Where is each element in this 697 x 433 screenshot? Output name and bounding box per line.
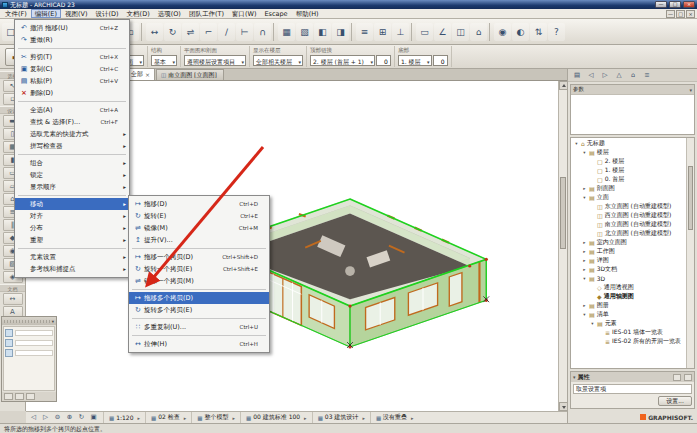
menu-item-delete[interactable]: × 删除(D) [15,87,129,99]
previous-view-icon[interactable]: ◁ [28,413,39,423]
menu-item[interactable] [129,316,269,321]
layer-combination-option[interactable]: ▦02 检查 [145,412,191,424]
navigator-scrollbar-thumb[interactable] [688,166,693,230]
fit-in-window-icon[interactable]: ▣ [88,413,99,423]
tree-twisty-icon[interactable]: ▸ [582,303,587,308]
bring-forward-icon[interactable]: ◧ [314,23,331,41]
group-icon[interactable]: ▦ [278,23,295,41]
tree-item[interactable]: ◫ 东立面图 (自动重建模型) [571,202,686,211]
palette-footer-icon[interactable] [15,393,24,400]
scrollbar-thumb[interactable] [560,177,566,249]
back-icon[interactable]: ◁ [585,70,597,81]
menubar-item[interactable]: 设计(D) [92,9,123,18]
tree-item[interactable]: ▢ 0. 首层 [571,175,686,184]
rotate-icon[interactable]: ↻ [164,23,181,41]
ungroup-icon[interactable]: ▧ [296,23,313,41]
scroll-down-icon[interactable] [559,402,567,411]
menu-item-paste[interactable]: ▤ 粘贴(P) Ctrl+V [15,75,129,87]
menu-item-select-all[interactable]: 全选(A) Ctrl+A [15,104,129,116]
tree-item[interactable]: ◆ 通用轴测图 [571,292,686,301]
infobox-dropdown[interactable]: 全部相关楼层 [253,55,303,66]
trim-icon[interactable]: ⌐ [200,23,217,41]
menu-item[interactable] [129,333,269,338]
doc-minimize-button[interactable]: — [666,10,675,18]
toolbar-icon[interactable] [141,23,144,41]
forward-icon[interactable]: ▷ [599,70,611,81]
tree-item[interactable]: ▾ ▤ 清单 [571,310,686,319]
tree-item[interactable]: ▸ ▤ 室内立面图 [571,238,686,247]
palette-item[interactable] [5,348,53,357]
menu-item[interactable] [15,193,129,198]
infobox-dropdown[interactable]: 遵照楼层设置项目 [184,55,246,66]
render-icon[interactable]: ◐ [512,23,529,41]
menu-item[interactable] [15,99,129,104]
up-level-icon[interactable]: △ [613,70,625,81]
infobox-dropdown[interactable]: 基本 [151,55,177,66]
menu-item-undo[interactable]: ↶ 撤消 拖移(U) Ctrl+Z [15,22,129,34]
menu-item-drag-multiple-copies[interactable]: ↦ 拖移多个拷贝(D) [129,292,269,304]
menu-item[interactable] [15,152,129,157]
parameters-list[interactable] [571,94,694,134]
tree-item[interactable]: ▸ ▤ 剖面图 [571,184,686,193]
tree-twisty-icon[interactable]: ▸ [582,267,587,272]
drag-icon[interactable]: ↔ [146,23,163,41]
toolbar-icon[interactable] [351,23,354,41]
grid-icon[interactable]: ⊞ [374,23,391,41]
settings-button[interactable]: 设置... [658,396,692,406]
minimize-button[interactable]: — [655,1,667,8]
menu-item-element-settings[interactable]: 元素设置 ▸ [15,251,129,263]
menu-item-rotate[interactable]: ↻ 旋转(E) Ctrl+E [129,210,269,222]
menu-item-drag[interactable]: ↦ 拖移(D) Ctrl+D [129,198,269,210]
menu-item-elevate[interactable]: ↥ 提升(V)... [129,234,269,246]
partial-structure-option[interactable]: ▦整个模型 [191,412,240,424]
palette-grip[interactable] [4,320,51,323]
tree-item[interactable]: ▸ ▤ 工作图 [571,247,686,256]
tree-item[interactable]: ▾ ▤ 3D [571,274,686,283]
menu-item-stretch[interactable]: ↔ 拉伸(H) Ctrl+H [129,338,269,350]
properties-header[interactable]: 属性 [571,372,694,382]
tree-twisty-icon[interactable]: ▸ [582,240,587,245]
tree-twisty-icon[interactable]: ▸ [582,249,587,254]
tree-twisty-icon[interactable]: ▸ [582,258,587,263]
menu-item-copy[interactable]: ▣ 复制(C) Ctrl+C [15,63,129,75]
menu-item[interactable] [129,246,269,251]
gravity-icon[interactable]: ⊥ [392,23,409,41]
menu-item[interactable] [15,246,129,251]
toolbar-icon[interactable] [273,23,276,41]
menubar-item[interactable]: 团队工作(T) [185,9,228,18]
graphic-override-option[interactable]: ▦没有重叠 [370,412,419,424]
send-backward-icon[interactable]: ◨ [332,23,349,41]
tree-item[interactable]: ▢ 2. 楼层 [571,157,686,166]
toolbar-icon[interactable] [411,23,414,41]
top-link-dropdown[interactable]: 2. 楼层 (首层 + 1) [310,55,375,66]
menu-item[interactable] [129,287,269,292]
menu-item-multiply[interactable]: ∷ 多重复制(U)... Ctrl+U [129,321,269,333]
menu-item-locking[interactable]: 锁定 ▸ [15,169,129,181]
menubar-item-edit[interactable]: 编辑(E) [31,9,61,18]
menu-item-grouping[interactable]: 组合 ▸ [15,157,129,169]
bottom-link-dropdown[interactable]: 1. 楼层 [398,55,432,66]
layers-icon[interactable]: ≡ [356,23,373,41]
tree-item[interactable]: ▸ ▤ 3D文档 [571,265,686,274]
tree-twisty-icon[interactable]: ▸ [582,186,587,191]
maximize-button[interactable]: □ [669,1,681,8]
panel-option-icon[interactable] [673,374,681,381]
tree-twisty-icon[interactable]: ▾ [590,321,595,326]
menubar-item[interactable]: 文档(D) [123,9,154,18]
menu-item-mirror[interactable]: ⇌ 镜像(M) Ctrl+M [129,222,269,234]
menu-item-rotate-multiple-copies[interactable]: ↻ 旋转多个拷贝(E) [129,304,269,316]
tree-item[interactable]: ◇ 通用透视图 [571,283,686,292]
menubar-item[interactable]: 帮助(H) [292,9,323,18]
vertical-scrollbar[interactable] [558,81,567,411]
tree-item[interactable]: ▸ ▤ 图册 [571,301,686,310]
tree-twisty-icon[interactable]: ▾ [582,195,587,200]
tree-item[interactable]: ▾ ▤ 立面 [571,193,686,202]
tree-item[interactable]: ▾ ▤ 楼层 [571,148,686,157]
chevron-down-icon[interactable]: ▾ [52,319,54,324]
home-view-icon[interactable]: ⌂ [627,70,639,81]
mirror-icon[interactable]: ⇌ [182,23,199,41]
menu-item-mirror-a-copy[interactable]: ⇌ 镜像一个拷贝(M) [129,275,269,287]
menu-item[interactable] [15,46,129,51]
elevation-icon[interactable]: ◫ [452,23,469,41]
tab-south-elevation[interactable]: ◫ 南立面图 [立面图] [156,69,224,80]
